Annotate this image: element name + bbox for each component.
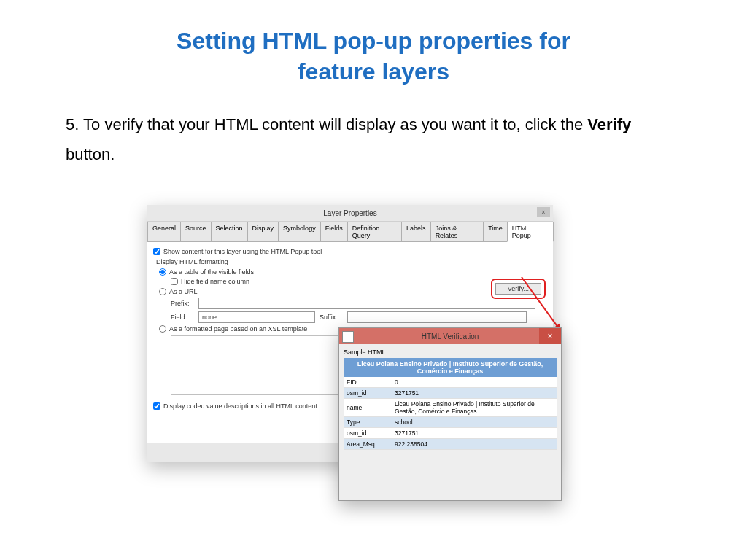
tab-joins-relates[interactable]: Joins & Relates — [430, 222, 484, 241]
as-url-label: As a URL — [169, 288, 198, 295]
table-header: Liceu Polana Ensino Privado | Instituto … — [344, 358, 557, 377]
table-row: Typeschool — [344, 417, 557, 428]
display-coded-label: Display coded value descriptions in all … — [163, 402, 317, 410]
sample-html-label: Sample HTML — [344, 349, 557, 356]
show-content-label: Show content for this layer using the HT… — [163, 248, 322, 255]
show-content-checkbox[interactable] — [153, 248, 160, 255]
as-xsl-label: As a formatted page based on an XSL temp… — [169, 325, 307, 332]
tab-source[interactable]: Source — [180, 222, 212, 241]
as-table-radio[interactable] — [159, 268, 166, 276]
as-xsl-radio[interactable] — [159, 325, 166, 332]
tab-symbology[interactable]: Symbology — [278, 222, 321, 241]
instruction-text: 5. To verify that your HTML content will… — [66, 110, 681, 169]
table-row: nameLiceu Polana Ensino Privado | Instit… — [344, 399, 557, 417]
prefix-label: Prefix: — [171, 300, 194, 307]
display-coded-checkbox[interactable] — [153, 402, 160, 410]
tab-display[interactable]: Display — [247, 222, 279, 241]
close-icon[interactable]: × — [539, 328, 561, 344]
html-verification-dialog: HTML Verification × Sample HTML Liceu Po… — [338, 327, 562, 501]
table-row: osm_id3271751 — [344, 428, 557, 439]
as-url-radio[interactable] — [159, 288, 166, 295]
tab-time[interactable]: Time — [483, 222, 508, 241]
as-table-label: As a table of the visible fields — [169, 268, 254, 276]
dialog-titlebar: Layer Properties × — [147, 205, 553, 222]
table-row: osm_id3271751 — [344, 388, 557, 399]
field-select[interactable]: none — [198, 311, 315, 323]
hide-field-label: Hide field name column — [181, 278, 249, 285]
prefix-input[interactable] — [198, 298, 535, 309]
tab-fields[interactable]: Fields — [320, 222, 348, 241]
suffix-label: Suffix: — [320, 314, 343, 321]
verification-table: Liceu Polana Ensino Privado | Instituto … — [344, 358, 557, 450]
table-row: FID0 — [344, 377, 557, 388]
tab-selection[interactable]: Selection — [211, 222, 248, 241]
window-icon — [342, 331, 354, 343]
page-title: Setting HTML pop-up properties for featu… — [0, 26, 747, 87]
tab-general[interactable]: General — [147, 222, 181, 241]
field-label: Field: — [171, 314, 194, 321]
tab-html-popup[interactable]: HTML Popup — [507, 222, 554, 242]
verification-titlebar: HTML Verification × — [339, 328, 561, 344]
hide-field-checkbox[interactable] — [171, 278, 178, 285]
table-row: Area_Msq922.238504 — [344, 439, 557, 450]
close-icon[interactable]: × — [537, 207, 550, 217]
display-formatting-label: Display HTML formatting — [156, 258, 547, 265]
tab-labels[interactable]: Labels — [401, 222, 431, 241]
tab-strip: General Source Selection Display Symbolo… — [147, 222, 553, 242]
verify-highlight: Verify... — [491, 279, 546, 299]
tab-definition-query[interactable]: Definition Query — [347, 222, 402, 241]
suffix-input[interactable] — [347, 311, 527, 323]
